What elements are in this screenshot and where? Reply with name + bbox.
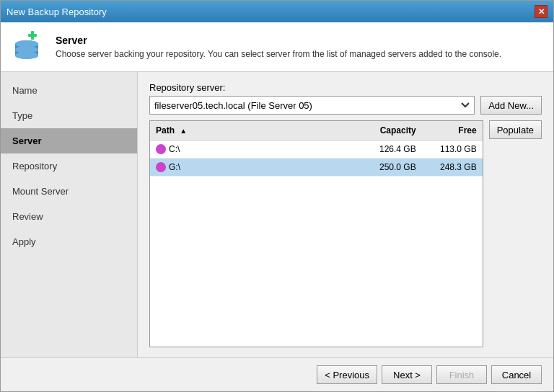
col-header-path: Path ▲: [150, 124, 360, 137]
add-new-button[interactable]: Add New...: [480, 96, 542, 115]
sort-icon: ▲: [180, 127, 187, 135]
close-button[interactable]: ✕: [535, 5, 548, 18]
table-row[interactable]: C:\ 126.4 GB 113.0 GB: [150, 141, 483, 159]
sidebar-item-repository[interactable]: Repository: [1, 153, 137, 179]
footer: < Previous Next > Finish Cancel: [1, 357, 553, 391]
col-header-capacity: Capacity: [360, 124, 425, 137]
repo-server-dropdown[interactable]: fileserver05.tech.local (File Server 05): [149, 96, 475, 115]
window-title: New Backup Repository: [6, 6, 107, 17]
sidebar: Name Type Server Repository Mount Server…: [1, 72, 138, 357]
sidebar-item-review[interactable]: Review: [1, 204, 137, 229]
server-icon: [12, 30, 47, 64]
row2-capacity: 250.0 GB: [360, 161, 425, 174]
row1-capacity: 126.4 GB: [360, 143, 425, 156]
row2-free: 248.3 GB: [425, 161, 483, 174]
header-text: Server Choose server backing your reposi…: [56, 35, 501, 59]
row2-path: G:\: [150, 161, 360, 174]
header-section: Server Choose server backing your reposi…: [1, 22, 553, 72]
sidebar-item-apply[interactable]: Apply: [1, 229, 137, 254]
row1-path: C:\: [150, 143, 360, 156]
disk-icon: [156, 144, 166, 154]
previous-button[interactable]: < Previous: [317, 365, 377, 384]
path-table: Path ▲ Capacity Free C:\ 126.4 GB 11: [149, 120, 483, 347]
table-header: Path ▲ Capacity Free: [150, 121, 483, 141]
sidebar-item-name[interactable]: Name: [1, 78, 137, 103]
repo-server-label: Repository server:: [149, 82, 542, 93]
sidebar-item-server[interactable]: Server: [1, 128, 137, 153]
header-title: Server: [56, 35, 501, 46]
svg-rect-1: [28, 34, 37, 37]
main-window: New Backup Repository ✕ Server Choose: [0, 0, 554, 392]
sidebar-item-mount-server[interactable]: Mount Server: [1, 179, 137, 204]
main-panel: Repository server: fileserver05.tech.loc…: [138, 72, 553, 357]
finish-button[interactable]: Finish: [436, 365, 487, 384]
populate-button[interactable]: Populate: [489, 120, 542, 139]
col-header-free: Free: [425, 124, 483, 137]
sidebar-item-type[interactable]: Type: [1, 103, 137, 128]
svg-point-9: [15, 52, 38, 59]
content-area: Name Type Server Repository Mount Server…: [1, 72, 553, 357]
cancel-button[interactable]: Cancel: [491, 365, 542, 384]
dropdown-row: fileserver05.tech.local (File Server 05)…: [149, 96, 542, 115]
next-button[interactable]: Next >: [382, 365, 432, 384]
header-description: Choose server backing your repository. Y…: [56, 49, 501, 59]
title-bar: New Backup Repository ✕: [1, 1, 553, 22]
table-row[interactable]: G:\ 250.0 GB 248.3 GB: [150, 159, 483, 177]
row1-free: 113.0 GB: [425, 143, 483, 156]
disk-icon: [156, 162, 166, 172]
